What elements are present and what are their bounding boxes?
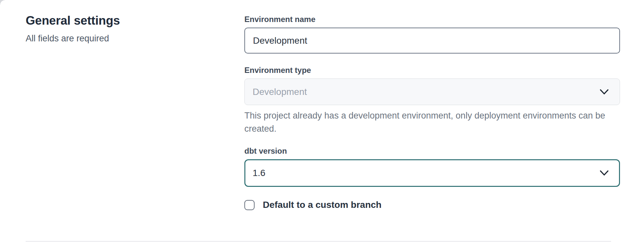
dbt-version-label: dbt version xyxy=(244,146,620,156)
required-fields-note: All fields are required xyxy=(26,33,210,44)
environment-type-select: Development xyxy=(244,78,620,105)
environment-name-label: Environment name xyxy=(244,14,620,24)
environment-name-input[interactable] xyxy=(244,28,620,54)
environment-name-field-group: Environment name xyxy=(244,14,620,54)
environment-type-help-text: This project already has a development e… xyxy=(244,109,616,135)
custom-branch-checkbox[interactable] xyxy=(244,200,255,210)
custom-branch-row: Default to a custom branch xyxy=(244,200,620,210)
settings-section-intro: General settings All fields are required xyxy=(26,13,210,44)
chevron-down-icon xyxy=(599,169,610,177)
section-divider xyxy=(26,241,611,242)
dbt-version-select[interactable]: 1.6 xyxy=(244,159,620,187)
dbt-version-field-group: dbt version 1.6 xyxy=(244,146,620,187)
chevron-down-icon xyxy=(599,88,610,96)
environment-type-label: Environment type xyxy=(244,65,620,75)
environment-type-value: Development xyxy=(253,87,307,97)
page-title: General settings xyxy=(26,13,210,28)
panel-corner-artifact xyxy=(0,0,5,5)
custom-branch-label[interactable]: Default to a custom branch xyxy=(263,200,382,210)
environment-type-field-group: Environment type Development This projec… xyxy=(244,65,620,135)
dbt-version-value: 1.6 xyxy=(253,168,265,178)
general-settings-form: Environment name Environment type Develo… xyxy=(244,14,620,210)
